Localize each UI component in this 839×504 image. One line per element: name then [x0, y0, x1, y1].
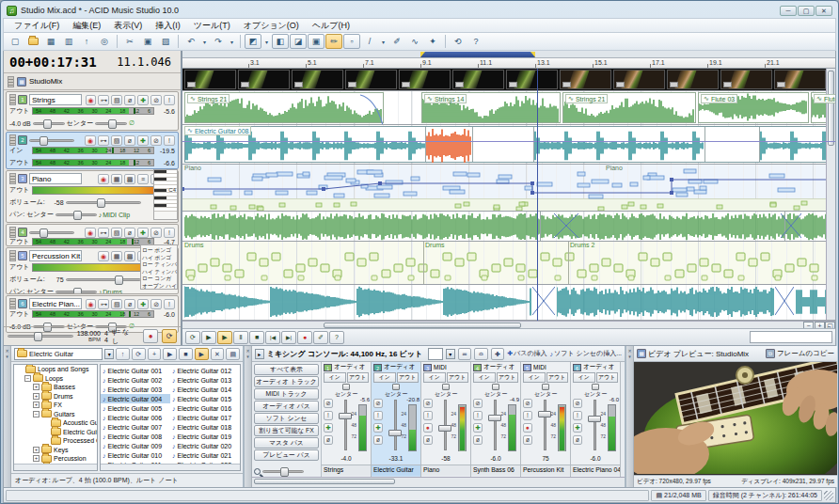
zoom-tool-icon[interactable]: ◧	[272, 34, 289, 49]
dock-strip[interactable]: ✕▾	[245, 346, 252, 487]
go-to-end-button[interactable]: ▶|	[281, 331, 296, 344]
file-item[interactable]: ♪Electric Guitar 017	[170, 413, 240, 422]
fx-send-icon[interactable]: ✚	[573, 423, 582, 433]
track-grip-icon[interactable]	[9, 94, 16, 105]
phase-icon[interactable]: ø	[473, 435, 483, 445]
pause-button[interactable]: Ⅱ	[233, 331, 248, 344]
phase-icon[interactable]: ø	[573, 435, 582, 445]
copy-icon[interactable]: ▣	[139, 34, 156, 49]
piano-keys-gutter[interactable]: C4	[153, 169, 178, 220]
slider-thumb[interactable]	[280, 467, 289, 477]
tree-item[interactable]: +Basses	[14, 383, 97, 392]
mixer-view-button-7[interactable]: プレビュー バス	[254, 449, 319, 461]
audio-clip[interactable]: ∿Strings 21	[184, 92, 384, 123]
input-device-icon[interactable]: ⊶	[98, 228, 109, 238]
phase-icon[interactable]: ø	[423, 435, 433, 445]
file-item[interactable]: ♪Electric Guitar 014	[170, 385, 240, 394]
guitar-lane[interactable]: ∿Electric Guitar 008	[182, 125, 835, 165]
track-header-4[interactable]: 4◉⊶▧ø✚⊘!アウト54484236302418126-4.7	[6, 224, 179, 246]
erase-tool-icon[interactable]: ▫	[343, 34, 360, 49]
menu-item-5[interactable]: オプション(O)	[237, 20, 306, 32]
pan-thumb[interactable]	[492, 384, 499, 390]
new-folder-button[interactable]: +	[148, 348, 162, 360]
track-grip-icon[interactable]	[8, 76, 14, 87]
mixer-view-button-0[interactable]: すべて表示	[254, 364, 319, 375]
stop-button[interactable]: ■	[249, 331, 264, 344]
play-from-start-button[interactable]: ▶	[201, 331, 216, 344]
insert-soft-synth-button[interactable]: ♪ソフト シンセの挿入...	[550, 349, 622, 358]
marker-bar[interactable]	[182, 51, 835, 58]
whats-this-help-icon[interactable]: ?	[467, 34, 484, 49]
in-tab[interactable]: イン	[573, 372, 595, 383]
volume-fader[interactable]	[66, 201, 141, 204]
audio-clip[interactable]: ∿Strings 14	[421, 92, 561, 123]
minimize-button[interactable]: ─	[780, 6, 797, 16]
mute-icon[interactable]: ⊘	[373, 399, 383, 408]
mixer-view-button-4[interactable]: ソフト シンセ	[254, 413, 319, 424]
menu-item-2[interactable]: 表示(V)	[107, 20, 149, 32]
file-item[interactable]: ♪Electric Guitar 019	[170, 432, 240, 441]
event-list-icon[interactable]: ≡	[137, 174, 149, 184]
solo-icon[interactable]: !	[164, 299, 175, 309]
input-device-icon[interactable]: ⊶	[98, 95, 109, 105]
fader-knob[interactable]	[488, 415, 501, 421]
mixer-scroll-thumb[interactable]	[254, 479, 395, 484]
drum-grid-icon[interactable]: ▩	[124, 174, 135, 184]
tree-item[interactable]: Loops and Songs	[14, 365, 97, 374]
volume-fader[interactable]	[66, 278, 141, 281]
time-ruler[interactable]: 3.15.17.19.111.113.115.117.119.121.1	[182, 58, 835, 69]
mixer-collapse-button[interactable]: ▸	[255, 349, 264, 359]
combobox-dropdown-button[interactable]: ▾	[104, 349, 114, 359]
downmix-icon[interactable]: ≂	[458, 348, 472, 360]
track-grip-icon[interactable]	[9, 134, 16, 146]
menu-item-1[interactable]: 編集(E)	[66, 20, 107, 32]
track-fx-icon[interactable]: ▧	[111, 228, 122, 238]
phase-icon[interactable]: ø	[373, 435, 383, 445]
mute-icon[interactable]: ⊘	[150, 95, 162, 105]
pan-control[interactable]: センター	[521, 383, 570, 397]
track-fx-icon[interactable]: ▧	[111, 95, 122, 105]
mixer-zoom-slider[interactable]	[262, 470, 304, 473]
fader-knob[interactable]	[538, 411, 551, 417]
track-name-field[interactable]: Electric Pian...	[29, 298, 82, 309]
audio-clip[interactable]	[184, 126, 830, 163]
drum-names-gutter[interactable]: ロー ボンゴハイ ボンゴロー ティンバルハイ ティンバルロー コンガオープン ハ…	[140, 244, 178, 290]
file-item[interactable]: ♪Electric Guitar 001	[101, 366, 170, 375]
in-tab[interactable]: イン	[324, 372, 346, 383]
fx-send-icon[interactable]: ✚	[137, 95, 149, 105]
track-name-field[interactable]: Percussion Kit	[29, 250, 82, 261]
epiano-lane[interactable]	[182, 285, 835, 321]
mixer-strip-4[interactable]: 4オーディオインアウトセンター⊘!✚ø244872-4.9-6.0Synth B…	[471, 362, 521, 477]
mixer-view-button-5[interactable]: 割り当て可能な FX	[254, 425, 319, 436]
track-header-1[interactable]: 1Strings◉⊶▧ø✚⊘!アウト54484236302418126-5.6-…	[6, 91, 179, 131]
refresh-button[interactable]: ⟳	[132, 348, 146, 360]
file-item[interactable]: ♪Electric Guitar 018	[170, 422, 240, 432]
mixer-view-button-1[interactable]: オーディオ トラック	[254, 376, 319, 387]
file-item[interactable]: ♪Electric Guitar 003	[101, 385, 170, 394]
audio-clip[interactable]: ∿Flute 03	[698, 92, 809, 123]
line-tool-icon[interactable]: /	[361, 34, 378, 49]
vscroll-thumb[interactable]	[828, 71, 834, 146]
phase-icon[interactable]: ø	[124, 299, 135, 309]
draw-tool-icon[interactable]: ✏	[325, 34, 342, 49]
tree-item[interactable]: Processed Guita...	[14, 436, 97, 446]
chopper-tool-icon[interactable]: ▣	[308, 34, 325, 49]
solo-icon[interactable]: !	[473, 411, 483, 420]
tree-item[interactable]: −Loops	[14, 374, 97, 384]
close-button[interactable]: ✕	[815, 6, 832, 16]
paste-icon[interactable]: ▨	[157, 34, 174, 49]
record-arm-icon[interactable]: ◉	[86, 95, 97, 105]
strings-lane[interactable]: ∿Strings 21∿Strings 14∿Strings 21∿Flute …	[182, 91, 835, 125]
mute-icon[interactable]: ⊘	[523, 399, 532, 408]
file-item[interactable]: ♪Electric Guitar 008	[101, 432, 170, 441]
phase-icon[interactable]: ø	[523, 435, 532, 445]
track-fx-icon[interactable]: ▧	[111, 299, 122, 309]
selection-dropdown-icon[interactable]: ▾	[262, 34, 271, 49]
in-tab[interactable]: イン	[373, 372, 396, 383]
folder-combobox[interactable]: Electric Guitar	[14, 348, 103, 360]
loop-playback-button[interactable]: ⟳	[185, 331, 200, 344]
go-to-start-button[interactable]: |◀	[265, 331, 280, 344]
menu-item-6[interactable]: ヘルプ(H)	[306, 20, 356, 32]
record-arm-icon[interactable]: ◉	[98, 174, 109, 184]
expand-icon[interactable]: +	[33, 402, 40, 408]
